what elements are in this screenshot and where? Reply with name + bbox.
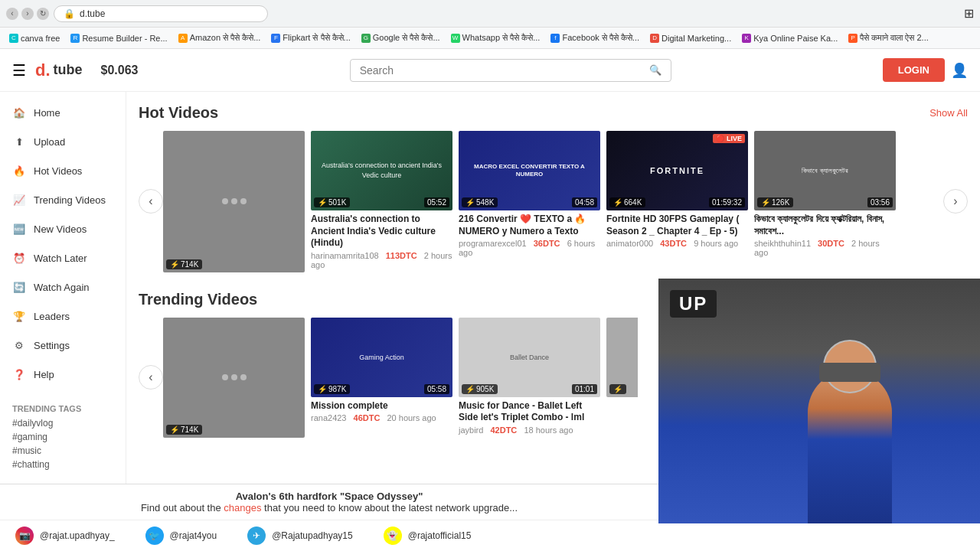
bookmark-google[interactable]: G Google से पैसे कैसे... xyxy=(358,31,443,44)
bookmark-canva[interactable]: C canva free xyxy=(6,32,63,44)
video-card[interactable]: ⚡714K Mission complete with a multiple c… xyxy=(163,131,305,272)
search-input[interactable] xyxy=(360,64,649,77)
canva-favicon: C xyxy=(9,34,18,43)
video-thumbnail: ⚡ xyxy=(606,318,638,397)
social-bar: 📷 @rajat.upadhyay_ 🐦 @rajat4you ✈ @Rajat… xyxy=(0,520,658,551)
video-card[interactable]: MACRO EXCEL CONVERTIR TEXTO A NUMERO ⚡54… xyxy=(459,131,600,272)
header-right: LOGIN 👤 xyxy=(883,58,968,82)
lightning-icon: ⚡ xyxy=(318,385,327,393)
video-card[interactable]: ⚡714K Mission complete with a multiple c… xyxy=(163,318,305,438)
lightning-icon: ⚡ xyxy=(466,198,475,207)
search-icon[interactable]: 🔍 xyxy=(649,64,662,76)
nav-label: Upload xyxy=(34,136,65,148)
tag-chatting[interactable]: #chatting xyxy=(12,459,113,470)
video-thumbnail: ⚡714K xyxy=(163,318,305,438)
bottom-section: Avalon's 6th hardfork "Space Odyssey" Fi… xyxy=(0,484,658,551)
browser-bar: ‹ › ↻ 🔒 d.tube ⊞ xyxy=(0,0,980,28)
snapchat-icon: 👻 xyxy=(384,527,402,545)
video-thumbnail: Gaming Action ⚡987K 05:58 xyxy=(311,318,452,397)
video-card[interactable]: Gaming Action ⚡987K 05:58 Mission comple… xyxy=(311,318,452,438)
tag-music[interactable]: #music xyxy=(12,445,113,456)
trending-tags-section: TRENDING TAGS #dailyvlog #gaming #music … xyxy=(0,398,126,479)
video-info: 216 Convertir ❤️ TEXTO a 🔥 NUMERO y Nume… xyxy=(459,210,600,260)
glasses xyxy=(819,363,880,382)
search-bar[interactable]: 🔍 xyxy=(350,59,671,82)
login-button[interactable]: LOGIN xyxy=(883,58,945,82)
clock-icon: ⏰ xyxy=(12,251,26,265)
sidebar-item-upload[interactable]: ⬆ Upload xyxy=(0,127,126,156)
telegram-handle: @Rajatupadhyay15 xyxy=(272,530,353,541)
bookmarks-bar: C canva free R Resume Builder - Re... A … xyxy=(0,28,980,49)
changes-link[interactable]: changes xyxy=(224,502,261,514)
hot-videos-show-all[interactable]: Show All xyxy=(929,107,968,119)
sidebar-item-watch-again[interactable]: 🔄 Watch Again xyxy=(0,272,126,302)
lightning-icon: ⚡ xyxy=(466,385,475,393)
trending-videos-prev[interactable]: ‹ xyxy=(139,365,163,390)
bookmark-flipkart[interactable]: F Flipkart से पैसे कैसे... xyxy=(268,31,353,44)
dot xyxy=(240,198,247,204)
video-info: কিভাবে ক্যালকুলেটর দিয়ে ফ্যাক্টরিয়াল, … xyxy=(754,210,896,260)
hot-videos-next[interactable]: › xyxy=(943,189,968,214)
sidebar-item-help[interactable]: ❓ Help xyxy=(0,360,126,389)
refresh-button[interactable]: ↻ xyxy=(37,8,49,20)
video-card[interactable]: কিভাবে ক্যালকুলেটর ⚡126K 03:56 কিভাবে ক্… xyxy=(754,131,896,272)
forward-button[interactable]: › xyxy=(21,8,34,20)
resume-favicon: R xyxy=(70,34,80,43)
video-dtc: 42DTC xyxy=(490,425,517,435)
video-time: 9 hours ago xyxy=(694,239,738,248)
views-badge: ⚡987K xyxy=(314,384,350,394)
bookmark-whatsapp[interactable]: W Whatsapp से पैसे कैसे... xyxy=(448,31,544,44)
thumb-text: FORTNITE xyxy=(650,166,704,175)
video-card[interactable]: Ballet Dance ⚡905K 01:01 Music for Dance… xyxy=(459,318,600,438)
video-player-overlay[interactable]: UP xyxy=(658,279,980,523)
tag-dailyvlog[interactable]: #dailyvlog xyxy=(12,418,113,429)
trending-videos-title: Trending Videos xyxy=(139,291,257,308)
upload-icon: ⬆ xyxy=(12,135,26,148)
video-title: Australia's connection to Ancient India'… xyxy=(311,214,452,249)
bookmark-facebook[interactable]: f Facebook से पैसे कैसे... xyxy=(547,31,642,44)
sidebar-item-hot-videos[interactable]: 🔥 Hot Videos xyxy=(0,156,126,185)
sidebar-item-new-videos[interactable]: 🆕 New Videos xyxy=(0,214,126,243)
app-header-wrapper: ☰ d.tube $0.063 🔍 LOGIN 👤 xyxy=(0,49,980,92)
bookmark-digital[interactable]: D Digital Marketing... xyxy=(647,32,734,44)
nav-label: Settings xyxy=(34,340,70,351)
bookmark-resume[interactable]: R Resume Builder - Re... xyxy=(67,32,170,44)
back-button[interactable]: ‹ xyxy=(6,8,18,20)
dots-icon xyxy=(222,198,247,204)
sidebar-item-home[interactable]: 🏠 Home xyxy=(0,98,126,127)
duration-badge: 05:58 xyxy=(424,384,449,394)
video-card[interactable]: ⚡ xyxy=(606,318,638,438)
bookmark-amazon[interactable]: A Amazon से पैसे कैसे... xyxy=(175,31,264,44)
sidebar-item-trending[interactable]: 📈 Trending Videos xyxy=(0,185,126,214)
address-bar[interactable]: 🔒 d.tube xyxy=(54,5,268,22)
extensions-icon[interactable]: ⊞ xyxy=(964,6,974,21)
sidebar-item-settings[interactable]: ⚙ Settings xyxy=(0,331,126,360)
app-header: ☰ d.tube $0.063 🔍 LOGIN 👤 xyxy=(0,49,980,92)
bookmark-label: पैसे कमाने वाला ऐस 2... xyxy=(860,33,929,43)
video-dtc: 43DTC xyxy=(660,239,687,248)
sidebar-item-watch-later[interactable]: ⏰ Watch Later xyxy=(0,243,126,272)
sidebar: 🏠 Home ⬆ Upload 🔥 Hot Videos 📈 Trending … xyxy=(0,92,126,551)
views-badge: ⚡905K xyxy=(462,384,498,394)
profile-icon[interactable]: 👤 xyxy=(951,62,968,79)
player-video: UP xyxy=(658,279,980,523)
video-card[interactable]: Australia's connection to ancient India'… xyxy=(311,131,452,272)
nav-label: Hot Videos xyxy=(34,165,82,177)
duration-badge: 03:56 xyxy=(867,197,893,207)
instagram-handle: @rajat.upadhyay_ xyxy=(40,530,115,541)
nav-label: Trending Videos xyxy=(34,194,106,206)
lightning-icon: ⚡ xyxy=(761,198,770,207)
video-card[interactable]: FORTNITE 🔴 LIVE ⚡664K 01:59:32 Fortnite … xyxy=(606,131,748,272)
bookmark-label: Kya Online Paise Ka... xyxy=(753,34,838,43)
video-title: Music for Dance - Ballet Left Side let's… xyxy=(459,400,600,424)
hot-videos-prev[interactable]: ‹ xyxy=(139,189,163,214)
sidebar-item-leaders[interactable]: 🏆 Leaders xyxy=(0,302,126,331)
repeat-icon: 🔄 xyxy=(12,280,26,294)
video-thumbnail: Australia's connection to ancient India'… xyxy=(311,131,452,210)
bookmark-paise[interactable]: P पैसे कमाने वाला ऐस 2... xyxy=(845,31,932,44)
menu-button[interactable]: ☰ xyxy=(12,61,26,80)
bookmark-kya[interactable]: K Kya Online Paise Ka... xyxy=(739,32,841,44)
tag-gaming[interactable]: #gaming xyxy=(12,432,113,442)
social-twitter: 🐦 @rajat4you xyxy=(145,527,217,545)
social-snapchat: 👻 @rajatofficial15 xyxy=(384,527,472,545)
